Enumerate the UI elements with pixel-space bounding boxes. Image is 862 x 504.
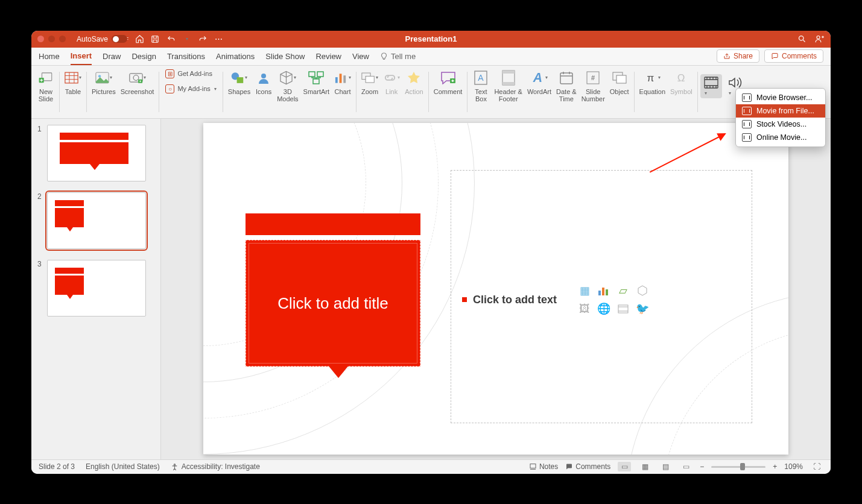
svg-point-41: [174, 464, 175, 465]
menu-online-movie[interactable]: Online Movie...: [736, 131, 825, 144]
svg-point-1: [799, 36, 803, 41]
zoom-level[interactable]: 109%: [784, 462, 803, 471]
slide-thumbnails-panel: 1 2 3: [31, 119, 161, 459]
tab-animations[interactable]: Animations: [216, 48, 255, 65]
tab-design[interactable]: Design: [132, 48, 156, 65]
textbox-button[interactable]: A Text Box: [470, 68, 492, 116]
menu-movie-browser[interactable]: Movie Browser...: [736, 91, 825, 104]
slide-canvas[interactable]: Click to add title Click to add text ▦ ▱: [161, 119, 831, 459]
pictures-button[interactable]: ▾ Pictures: [89, 68, 118, 116]
insert-chart-icon: [595, 283, 612, 298]
home-icon[interactable]: [135, 34, 144, 44]
svg-rect-26: [502, 71, 515, 74]
view-normal-icon[interactable]: ▭: [618, 462, 631, 471]
svg-rect-0: [152, 36, 159, 42]
zoom-slider[interactable]: [711, 466, 765, 468]
insert-table-icon: ▦: [576, 283, 593, 298]
view-slideshow-icon[interactable]: ▭: [679, 462, 692, 471]
content-type-icons[interactable]: ▦ ▱ 🖼 🌐: [576, 283, 651, 317]
zoom-out-button[interactable]: −: [700, 462, 704, 471]
title-placeholder[interactable]: Click to add title: [246, 213, 420, 367]
insert-icon-icon: 🐦: [634, 301, 651, 317]
status-bar: Slide 2 of 3 English (United States) Acc…: [31, 459, 831, 474]
save-icon[interactable]: [150, 34, 160, 44]
more-icon[interactable]: ⋯: [214, 34, 223, 44]
icons-button[interactable]: Icons: [253, 68, 274, 116]
ribbon-tabs: Home Insert Draw Design Transitions Anim…: [31, 48, 831, 66]
undo-dropdown-icon[interactable]: ▾: [182, 34, 192, 44]
equation-button[interactable]: π▾ Equation: [637, 68, 668, 116]
smartart-button[interactable]: SmartArt: [301, 68, 332, 116]
tab-slideshow[interactable]: Slide Show: [265, 48, 305, 65]
share-button[interactable]: Share: [717, 49, 759, 63]
document-title: Presentation1: [405, 34, 457, 43]
date-time-button[interactable]: Date & Time: [554, 68, 579, 116]
insert-online-picture-icon: 🌐: [595, 301, 612, 317]
comment-button[interactable]: Comment: [431, 68, 465, 116]
thumbnail-2[interactable]: 2: [37, 192, 154, 249]
new-slide-button[interactable]: New Slide: [35, 68, 57, 116]
svg-point-9: [133, 75, 139, 80]
my-addins-button[interactable]: ○My Add-ins▾: [162, 83, 220, 95]
screenshot-button[interactable]: ▾ Screenshot: [118, 68, 157, 116]
svg-rect-38: [602, 288, 604, 295]
tab-review[interactable]: Review: [315, 48, 341, 65]
header-footer-button[interactable]: Header & Footer: [492, 68, 524, 116]
svg-rect-15: [317, 72, 323, 77]
tell-me[interactable]: Tell me: [380, 52, 416, 61]
redo-icon[interactable]: [198, 34, 208, 44]
tab-draw[interactable]: Draw: [103, 48, 121, 65]
tab-insert[interactable]: Insert: [71, 48, 92, 65]
slide-number-button[interactable]: # Slide Number: [579, 68, 607, 116]
view-reading-icon[interactable]: ▤: [659, 462, 672, 471]
search-icon[interactable]: [797, 34, 807, 44]
content-placeholder[interactable]: Click to add text ▦ ▱ 🖼 🌐: [451, 170, 752, 423]
svg-rect-5: [65, 72, 78, 83]
ribbon: New Slide ▾ Table ▾ Pictures ▾ Screensho…: [31, 66, 831, 119]
insert-picture-icon: 🖼: [576, 301, 593, 317]
autosave-toggle[interactable]: AutoSave OFF: [77, 35, 128, 43]
tab-view[interactable]: View: [352, 48, 369, 65]
view-sorter-icon[interactable]: ▦: [638, 462, 651, 471]
insert-video-icon: [615, 301, 632, 317]
get-addins-button[interactable]: ⊞Get Add-ins: [162, 68, 220, 80]
object-button[interactable]: Object: [607, 68, 632, 116]
shapes-button[interactable]: ▾ Shapes: [226, 68, 253, 116]
video-button[interactable]: ▾: [700, 74, 722, 98]
tab-transitions[interactable]: Transitions: [167, 48, 205, 65]
fit-to-window-icon[interactable]: ⛶: [810, 462, 823, 471]
table-button[interactable]: ▾ Table: [62, 68, 84, 116]
notes-toggle[interactable]: Notes: [529, 462, 558, 471]
language-indicator[interactable]: English (United States): [86, 462, 160, 471]
insert-smartart-icon: ▱: [615, 283, 632, 298]
3d-models-button[interactable]: ▾ 3D Models: [274, 68, 300, 116]
zoom-in-button[interactable]: +: [773, 462, 777, 471]
titlebar: AutoSave OFF ▾ ⋯ Presentation1: [31, 31, 831, 48]
svg-text:A: A: [533, 71, 542, 84]
svg-rect-27: [502, 82, 515, 85]
video-dropdown-menu: Movie Browser... Movie from File... Stoc…: [735, 88, 826, 147]
chart-button[interactable]: ▾ Chart: [332, 68, 353, 116]
account-icon[interactable]: [815, 34, 825, 44]
undo-icon[interactable]: [166, 34, 176, 44]
svg-rect-17: [335, 77, 338, 83]
zoom-button[interactable]: ▾ Zoom: [359, 68, 381, 116]
autosave-label: AutoSave: [77, 35, 108, 43]
menu-stock-videos[interactable]: Stock Videos...: [736, 118, 825, 131]
svg-rect-19: [343, 75, 346, 83]
svg-rect-12: [237, 77, 244, 83]
slide-counter[interactable]: Slide 2 of 3: [39, 462, 75, 471]
tab-home[interactable]: Home: [39, 48, 60, 65]
svg-text:π: π: [647, 71, 654, 83]
thumbnail-1[interactable]: 1: [37, 125, 154, 181]
window-controls[interactable]: [37, 36, 66, 42]
thumbnail-3[interactable]: 3: [37, 260, 154, 317]
action-button: Action: [402, 68, 426, 116]
svg-text:A: A: [478, 73, 484, 83]
accessibility-checker[interactable]: Accessibility: Investigate: [171, 462, 260, 471]
comments-toggle[interactable]: Comments: [565, 462, 610, 471]
symbol-button: Ω Symbol: [668, 68, 695, 116]
wordart-button[interactable]: A▾ WordArt: [525, 68, 554, 116]
menu-movie-from-file[interactable]: Movie from File...: [736, 104, 825, 118]
comments-button[interactable]: Comments: [764, 49, 823, 63]
